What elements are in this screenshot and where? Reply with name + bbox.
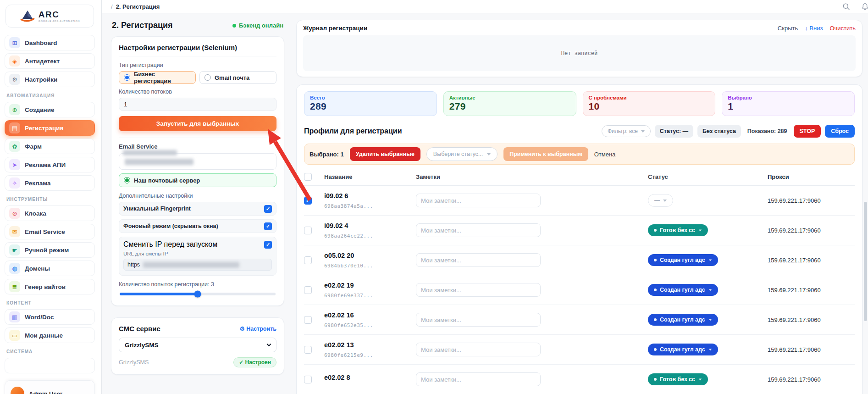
note-input[interactable] <box>416 343 541 356</box>
row-checkbox[interactable] <box>304 227 312 234</box>
row-checkbox[interactable] <box>304 316 312 324</box>
status-badge[interactable]: Готов без сс <box>648 224 708 236</box>
note-input[interactable] <box>416 223 541 237</box>
radio-off-icon <box>205 74 211 81</box>
email-service-label: Email Service <box>119 143 276 150</box>
reset-button[interactable]: Сброс <box>825 125 855 138</box>
checkbox-checked-icon[interactable]: ✓ <box>264 205 272 213</box>
sidebar-item-registration[interactable]: ▤ Регистрация <box>5 120 95 136</box>
log-empty-state: Нет записей <box>303 35 856 71</box>
globe-icon: ◍ <box>9 263 20 274</box>
threads-input[interactable] <box>119 98 276 111</box>
chevron-down-icon <box>267 342 271 346</box>
sidebar-item-antidetect[interactable]: ◈ Антидетект <box>5 53 95 69</box>
log-hide-link[interactable]: Скрыть <box>778 25 798 32</box>
sms-configure-link[interactable]: ⚙ Настроить <box>240 325 277 332</box>
envelope-icon: ✉ <box>9 226 20 237</box>
sidebar-item-email-service[interactable]: ✉ Email Service <box>5 224 95 239</box>
log-scroll-down-link[interactable]: ↓ Вниз <box>805 25 823 32</box>
chevron-down-icon <box>709 349 712 350</box>
bell-icon[interactable] <box>861 3 868 11</box>
redacted-blur <box>125 159 194 165</box>
attempts-slider[interactable] <box>120 293 276 295</box>
note-input[interactable] <box>416 313 541 327</box>
chevron-down-icon <box>663 200 667 202</box>
status-badge[interactable]: Готов без сс <box>648 373 708 385</box>
online-dot-icon <box>232 24 236 28</box>
row-checkbox[interactable] <box>304 376 312 383</box>
note-input[interactable] <box>416 372 541 386</box>
row-checkbox[interactable]: ✓ <box>304 197 312 205</box>
registration-panel: 2. Регистрация Бэкенд онлайн Настройки р… <box>111 20 284 394</box>
status-badge[interactable]: Создан гугл адс <box>648 314 718 326</box>
note-input[interactable] <box>416 194 541 207</box>
scrollbar-thumb[interactable] <box>864 202 867 321</box>
sms-provider-select[interactable]: GrizzlySMS <box>119 338 276 352</box>
row-checkbox[interactable] <box>304 346 312 354</box>
filter-select[interactable]: Фильтр: все <box>602 125 651 137</box>
status-badge[interactable]: Создан гугл адс <box>648 344 718 355</box>
chevron-down-icon <box>699 378 702 380</box>
sidebar-item-word-doc[interactable]: ▥ Word/Doc <box>5 309 95 325</box>
radio-gmail[interactable]: Gmail почта <box>199 71 276 84</box>
profiles-toolbar: Профили для регистрации Фильтр: все Стат… <box>304 125 855 138</box>
no-status-button[interactable]: Без статуса <box>697 125 741 138</box>
table-row: e02.02 8 Готов без сс 159.69.221.17:9060 <box>304 365 855 394</box>
radio-business-registration[interactable]: Бизнес регистрация <box>119 71 196 84</box>
content: 2. Регистрация Бэкенд онлайн Настройки р… <box>102 13 868 394</box>
logo[interactable]: ARC GOOGLE ADS AUTOMATION <box>6 5 94 28</box>
sidebar-item-farm[interactable]: ✿ Фарм <box>5 139 95 154</box>
checkbox-checked-icon[interactable]: ✓ <box>264 222 272 230</box>
note-input[interactable] <box>416 283 541 297</box>
search-icon[interactable] <box>842 3 850 11</box>
sidebar-item-my-data[interactable]: ▭ Мои данные <box>5 327 95 343</box>
avatar <box>11 387 24 394</box>
sidebar-item-settings[interactable]: ⚙ Настройки <box>5 72 95 87</box>
radio-mail-server[interactable]: Наш почтовый сервер <box>119 173 276 187</box>
checkbox-row-background[interactable]: Фоновый режим (скрывать окна) ✓ <box>119 219 276 233</box>
sidebar-item-dashboard[interactable]: ⊞ Dashboard <box>5 35 95 50</box>
log-clear-link[interactable]: Очистить <box>829 25 856 32</box>
sidebar-item-partial[interactable] <box>5 358 95 373</box>
chevron-down-icon <box>709 259 712 261</box>
slider-thumb[interactable] <box>194 291 201 298</box>
note-input[interactable] <box>416 253 541 267</box>
log-title: Журнал регистрации <box>303 25 367 32</box>
sidebar-item-white-generator[interactable]: ≣ Генер вайтов <box>5 279 95 294</box>
sms-card: СМС сервис ⚙ Настроить GrizzlySMS Grizzl… <box>111 317 284 375</box>
profiles-title: Профили для регистрации <box>304 127 402 135</box>
status-choose-select[interactable]: Выберите статус... <box>426 147 498 161</box>
status-badge[interactable]: Создан гугл адс <box>648 284 718 296</box>
row-checkbox[interactable] <box>304 286 312 294</box>
profiles-card: Всего 289 Активные 279 С проблемами 10 <box>296 84 862 394</box>
page-title: 2. Регистрация <box>112 21 173 30</box>
row-checkbox[interactable] <box>304 256 312 264</box>
stop-button[interactable]: STOP <box>794 125 821 138</box>
sidebar-item-ads-api[interactable]: ➤ Реклама АПИ <box>5 157 95 172</box>
user-card[interactable]: Admin User <box>5 380 95 394</box>
sprout-icon: ✿ <box>9 141 20 152</box>
email-service-input[interactable] <box>119 153 276 170</box>
delete-selected-button[interactable]: Удалить выбранные <box>350 147 420 161</box>
checkbox-row-fingerprint[interactable]: Уникальный Fingerprint ✓ <box>119 202 276 216</box>
sidebar-item-manual-mode[interactable]: ☛ Ручной режим <box>5 242 95 258</box>
plus-circle-icon: ⊕ <box>9 104 20 115</box>
sidebar-item-create[interactable]: ⊕ Создание <box>5 102 95 117</box>
chevron-down-icon <box>699 229 702 231</box>
sidebar-item-cloaca[interactable]: ⊘ Клоака <box>5 205 95 221</box>
sidebar-item-ads[interactable]: ✧ Реклама <box>5 175 95 191</box>
row-status-select[interactable]: — <box>648 194 673 207</box>
run-selected-button[interactable]: Запустить для выбранных <box>119 116 276 131</box>
table-row: o05.02 20 6984bb370e10... Создан гугл ад… <box>304 245 855 275</box>
threads-label: Количество потоков <box>119 89 276 95</box>
sidebar-section-tools: ИНСТРУМЕНТЫ <box>6 197 93 202</box>
select-all-checkbox[interactable] <box>304 173 312 181</box>
status-filter-button[interactable]: Статус: — <box>655 125 693 138</box>
ip-url-input[interactable]: https <box>123 259 272 271</box>
proxy-value: 159.69.221.17:9060 <box>764 257 855 264</box>
sidebar-item-domains[interactable]: ◍ Домены <box>5 261 95 276</box>
checkbox-checked-icon[interactable]: ✓ <box>264 241 272 249</box>
status-badge[interactable]: Создан гугл адс <box>648 254 718 266</box>
cancel-link[interactable]: Отмена <box>594 151 616 158</box>
clipboard-icon: ▤ <box>9 122 20 133</box>
